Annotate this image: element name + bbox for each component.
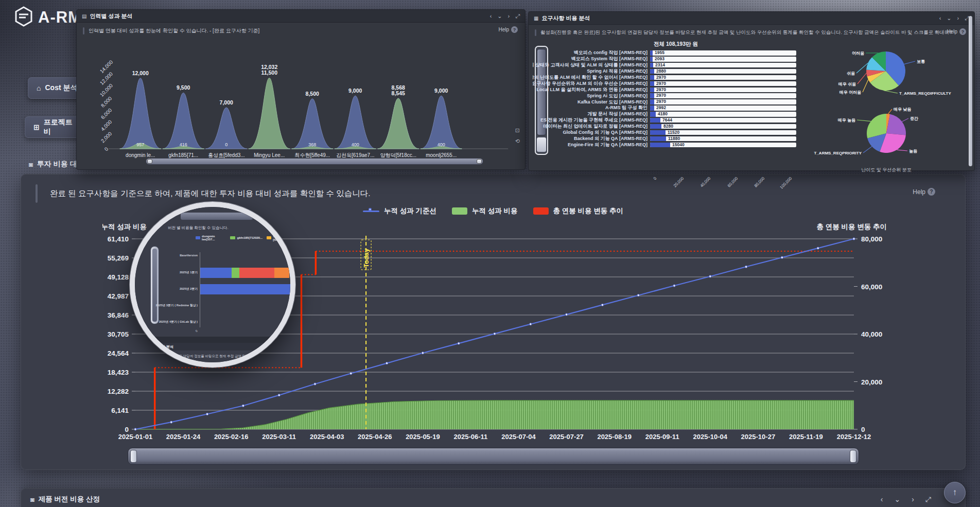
magnified-row-label: 2025년 3분기 ( Redmine 형상 ) (135, 303, 198, 308)
svg-text:매우 높음: 매우 높음 (838, 118, 855, 123)
requirement-bar-fill (650, 75, 654, 80)
requirement-bar-row: [ARMS-REQ] Local LLM 을 설치하여, ARMS 와 연동29… (533, 86, 802, 93)
svg-text:양형덕[5f18cc...: 양형덕[5f18cc... (380, 152, 416, 158)
requirement-bar-fill (650, 50, 653, 56)
requirement-value: 2970 (656, 93, 666, 98)
prev-icon[interactable]: ‹ (490, 13, 492, 20)
zoom-box-icon[interactable]: ⊡ (515, 127, 520, 134)
svg-text:Mingyu Lee...: Mingyu Lee... (254, 152, 285, 158)
requirement-scrollbar[interactable] (969, 16, 972, 166)
personnel-panel-icon: ▤ (82, 13, 86, 19)
svg-text:어려움: 어려움 (852, 51, 864, 56)
requirement-bar-row: [ARMS-REQ] Engine-Fire 의 기능 QA15040 (533, 142, 802, 148)
collapse-icon[interactable]: ⌄ (497, 13, 502, 20)
svg-text:6,000: 6,000 (100, 107, 113, 120)
requirement-value: 2970 (656, 75, 666, 80)
requirement-bar-track: 2970 (650, 88, 796, 93)
requirement-bar-track: 2970 (650, 93, 796, 98)
personnel-chart-tools: ⊡ ⟲ (515, 127, 520, 145)
svg-text:12,000: 12,000 (132, 70, 149, 76)
svg-text:2025-05-19: 2025-05-19 (406, 433, 440, 441)
requirement-value: 11520 (668, 130, 679, 135)
personnel-scrollbar[interactable] (146, 158, 483, 165)
collapse-icon[interactable]: ⌄ (947, 15, 951, 22)
section-icon: ◙ (30, 496, 34, 503)
collapse-icon[interactable]: ⌄ (894, 495, 900, 504)
magnified-row-label: BaseVersion (135, 254, 198, 257)
svg-text:T_ARMS_REQDIFFICULTY: T_ARMS_REQDIFFICULTY (899, 91, 951, 96)
help-label: Help (947, 29, 957, 34)
personnel-scrollbar-left-handle[interactable] (147, 159, 152, 164)
legend-marker (452, 207, 467, 215)
difficulty-priority-pies: 보통T_ARMS_REQDIFFICULTY매우 어려움매우 쉬움쉬움어려움매우… (811, 42, 975, 176)
svg-text:매우 낮음: 매우 낮음 (894, 107, 911, 112)
personnel-scrollbar-right-handle[interactable] (477, 159, 482, 164)
svg-text:957: 957 (136, 142, 144, 147)
next-icon[interactable]: › (508, 13, 510, 20)
requirement-bar-fill (650, 106, 654, 111)
prev-icon[interactable]: ‹ (881, 495, 883, 504)
table-icon: ⊞ (33, 123, 40, 131)
investment-help-button[interactable]: Help ? (913, 188, 935, 196)
svg-text:400: 400 (437, 142, 445, 147)
requirement-bar-fill (650, 143, 670, 148)
svg-text:2,000: 2,000 (100, 131, 113, 144)
svg-text:0: 0 (225, 142, 227, 147)
requirement-panel-icon: ▦ (534, 15, 538, 21)
requirement-bar-fill (650, 93, 654, 98)
svg-text:60,000: 60,000 (861, 283, 882, 291)
svg-text:중간: 중간 (910, 116, 918, 121)
legend-item[interactable]: 누적 성과 비용 (452, 206, 518, 216)
scroll-to-top-button[interactable]: ↑ (944, 482, 966, 503)
requirement-subtitle: 활성화(진행중 혹은 완료)된 요구사항의 연결된 담당자 정보를 바탕으로 현… (540, 29, 952, 36)
svg-text:7,000: 7,000 (220, 99, 233, 106)
prev-icon[interactable]: ‹ (939, 15, 941, 22)
svg-text:2025-11-19: 2025-11-19 (789, 433, 823, 441)
magnified-legend-item: dongmin lee[557... (196, 235, 226, 241)
personnel-panel-title: 인력별 성과 분석 (90, 12, 132, 20)
svg-text:최수현[5ffe49...: 최수현[5ffe49... (294, 152, 330, 158)
requirement-bar-row: [ARMS-REQ] 데이터는 최신 업데이트 일자로 정렬8280 (533, 124, 802, 130)
range-slider-right-handle[interactable] (850, 450, 856, 463)
svg-text:dongmin le...: dongmin le... (126, 152, 155, 158)
reset-zoom-icon[interactable]: ⟲ (515, 138, 520, 145)
svg-text:gkfn185[71...: gkfn185[71... (168, 152, 198, 158)
magnified-row-label: 2025년 2분기 (135, 287, 198, 291)
svg-text:2025-04-03: 2025-04-03 (310, 433, 344, 441)
next-icon[interactable]: › (912, 495, 914, 504)
svg-text:9,000: 9,000 (434, 88, 448, 94)
svg-text:8,545: 8,545 (392, 90, 405, 96)
range-slider-left-handle[interactable] (130, 450, 137, 463)
personnel-panel-header: ▤ 인력별 성과 분석 ‹ ⌄ › ⤢ (77, 10, 525, 23)
magnified-row-label: 2025년 1분기 (135, 270, 198, 275)
magnifier-overlay[interactable]: 버전 별 비용을 확인할 수 있습니다. dongmin lee[557...g… (130, 202, 295, 368)
help-icon: ? (959, 28, 966, 35)
requirement-value: 2314 (655, 63, 665, 68)
expand-icon[interactable]: ⤢ (515, 13, 520, 20)
expand-icon[interactable]: ⤢ (925, 495, 931, 504)
legend-label: 총 연봉 비용 변동 추이 (553, 206, 624, 216)
next-icon[interactable]: › (957, 15, 959, 22)
help-label: Help (913, 188, 925, 196)
svg-text:36,846: 36,846 (108, 311, 129, 319)
requirement-value: 11880 (668, 136, 680, 142)
magnified-footer-title: 정 분석 (162, 344, 173, 349)
svg-text:18,423: 18,423 (108, 369, 129, 376)
requirement-bar-fill (650, 81, 654, 86)
requirement-help-button[interactable]: Help ? (947, 28, 966, 35)
svg-text:홍성효[5fedd3...: 홍성효[5fedd3... (208, 152, 245, 158)
requirement-bar-track: 2970 (650, 75, 796, 80)
svg-text:누적 성과 비용: 누적 성과 비용 (102, 223, 147, 231)
legend-item[interactable]: 총 연봉 비용 변동 추이 (533, 206, 624, 216)
requirement-bar-track: 2880 (650, 69, 796, 74)
dashboard-screen: A-RMS Analysis C ⌂ Cost 분석 ⊞ 프로젝트 비 ◙ 투자… (0, 0, 980, 507)
requirement-panel-header: ▦ 요구사항 비용 분석 ‹ ⌄ › ⤢ (529, 12, 974, 25)
requirement-bar-fill (650, 69, 654, 74)
investment-legend: 누적 성과 기준선누적 성과 비용총 연봉 비용 변동 추이 (363, 206, 623, 216)
requirement-value: 2992 (656, 106, 666, 111)
personnel-performance-panel: ▤ 인력별 성과 분석 ‹ ⌄ › ⤢ 인력별 연봉 대비 성과를 한눈에 확인… (76, 9, 526, 170)
personnel-help-button[interactable]: Help ? (498, 26, 518, 33)
chart-range-slider[interactable] (128, 448, 859, 465)
legend-item[interactable]: 누적 성과 기준선 (363, 206, 436, 216)
svg-text:11,500: 11,500 (261, 69, 277, 76)
